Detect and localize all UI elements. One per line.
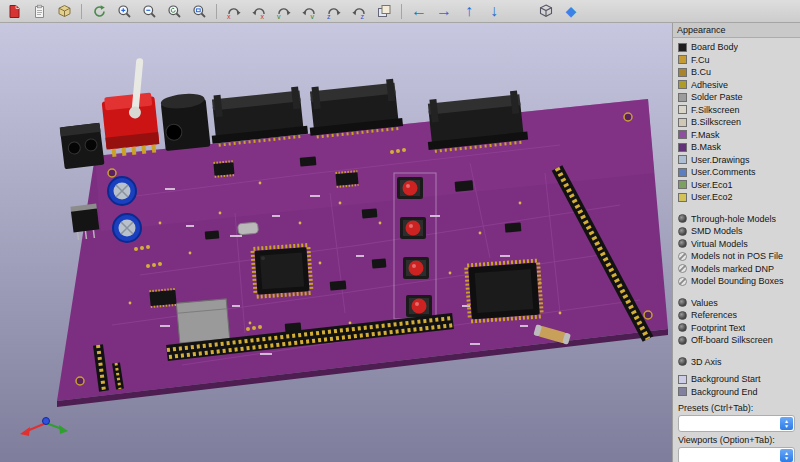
move-right-button[interactable]: → (432, 1, 456, 21)
qfp-ic-right (466, 261, 542, 322)
layer-color-swatch[interactable] (678, 118, 687, 127)
rotate-y-ccw-icon: y (301, 4, 317, 19)
option-row-smd-models[interactable]: SMD Models (678, 225, 800, 238)
option-label: Virtual Models (691, 239, 748, 249)
option-row-model-bounding-boxes[interactable]: Model Bounding Boxes (678, 275, 800, 288)
visibility-toggle-icon[interactable] (678, 264, 687, 273)
option-label: Footprint Text (691, 323, 745, 333)
visibility-toggle-icon[interactable] (678, 357, 687, 366)
zoom-out-button[interactable] (137, 1, 161, 21)
layer-row-board-body[interactable]: Board Body (678, 41, 800, 54)
flip-board-icon (377, 4, 392, 19)
orthographic-view-button[interactable] (534, 1, 558, 21)
layer-label: Board Body (691, 42, 738, 52)
layer-color-swatch[interactable] (678, 93, 687, 102)
option-row-values[interactable]: Values (678, 297, 800, 310)
option-row-footprint-text[interactable]: Footprint Text (678, 322, 800, 335)
option-row-references[interactable]: References (678, 309, 800, 322)
rotate-x-cw-button[interactable]: x (222, 1, 246, 21)
layer-color-swatch[interactable] (678, 193, 687, 202)
3d-viewport[interactable] (0, 23, 672, 462)
option-row-models-marked-dnp[interactable]: Models marked DNP (678, 263, 800, 276)
electrolytic-capacitor-2 (113, 214, 141, 242)
layer-color-swatch[interactable] (678, 375, 687, 384)
layer-color-swatch[interactable] (678, 387, 687, 396)
zoom-redraw-button[interactable] (162, 1, 186, 21)
perspective-view-button[interactable]: ◆ (559, 1, 583, 21)
visibility-toggle-icon[interactable] (678, 277, 687, 286)
layer-row-bsilkscreen[interactable]: B.Silkscreen (678, 116, 800, 129)
zoom-fit-icon (192, 4, 207, 19)
rotate-z-ccw-icon: z (351, 4, 367, 19)
redraw-button[interactable] (87, 1, 111, 21)
visibility-toggle-icon[interactable] (678, 311, 687, 320)
option-row-through-hole-models[interactable]: Through-hole Models (678, 213, 800, 226)
viewports-dropdown[interactable]: ▲▼ (678, 447, 795, 462)
layer-row-background-start[interactable]: Background Start (678, 373, 800, 386)
svg-text:x: x (261, 12, 265, 19)
rotate-x-ccw-button[interactable]: x (247, 1, 271, 21)
layer-label: F.Mask (691, 130, 720, 140)
layer-color-swatch[interactable] (678, 168, 687, 177)
flip-board-button[interactable] (372, 1, 396, 21)
zoom-in-button[interactable] (112, 1, 136, 21)
layer-color-swatch[interactable] (678, 155, 687, 164)
layer-row-user-comments[interactable]: User.Comments (678, 166, 800, 179)
export-image-button[interactable] (2, 1, 26, 21)
layer-label: Background Start (691, 374, 761, 384)
layer-color-swatch[interactable] (678, 130, 687, 139)
3d-axis-indicator (20, 418, 68, 437)
layer-row-user-eco1[interactable]: User.Eco1 (678, 179, 800, 192)
move-up-button[interactable]: ↑ (457, 1, 481, 21)
option-row-off-board-silkscreen[interactable]: Off-board Silkscreen (678, 334, 800, 347)
stepper-arrows-icon[interactable]: ▲▼ (780, 449, 793, 462)
layer-color-swatch[interactable] (678, 180, 687, 189)
option-label: Off-board Silkscreen (691, 335, 773, 345)
zoom-fit-button[interactable] (187, 1, 211, 21)
layer-label: F.Cu (691, 55, 710, 65)
perspective-diamond-icon: ◆ (566, 4, 577, 18)
layer-row-fsilkscreen[interactable]: F.Silkscreen (678, 104, 800, 117)
option-row-models-not-in-pos[interactable]: Models not in POS File (678, 250, 800, 263)
rotate-y-cw-button[interactable]: y (272, 1, 296, 21)
rotate-y-ccw-button[interactable]: y (297, 1, 321, 21)
layer-row-bmask[interactable]: B.Mask (678, 141, 800, 154)
move-up-icon: ↑ (465, 3, 473, 19)
render-options-button[interactable] (52, 1, 76, 21)
rotate-z-ccw-button[interactable]: z (347, 1, 371, 21)
visibility-toggle-icon[interactable] (678, 239, 687, 248)
layer-color-swatch[interactable] (678, 105, 687, 114)
rotate-y-cw-icon: y (276, 4, 292, 19)
stepper-arrows-icon[interactable]: ▲▼ (780, 417, 793, 430)
move-left-button[interactable]: ← (407, 1, 431, 21)
layer-row-adhesive[interactable]: Adhesive (678, 79, 800, 92)
option-row-virtual-models[interactable]: Virtual Models (678, 238, 800, 251)
layer-label: Background End (691, 387, 758, 397)
layer-row-background-end[interactable]: Background End (678, 386, 800, 399)
move-down-button[interactable]: ↓ (482, 1, 506, 21)
copy-clipboard-button[interactable] (27, 1, 51, 21)
visibility-toggle-icon[interactable] (678, 214, 687, 223)
layer-color-swatch[interactable] (678, 68, 687, 77)
rotate-z-cw-button[interactable]: z (322, 1, 346, 21)
layer-row-user-drawings[interactable]: User.Drawings (678, 154, 800, 167)
visibility-toggle-icon[interactable] (678, 252, 687, 261)
visibility-toggle-icon[interactable] (678, 323, 687, 332)
presets-dropdown[interactable]: ▲▼ (678, 415, 795, 432)
layer-color-swatch[interactable] (678, 143, 687, 152)
layer-row-fcu[interactable]: F.Cu (678, 54, 800, 67)
layer-color-swatch[interactable] (678, 80, 687, 89)
layer-row-fmask[interactable]: F.Mask (678, 129, 800, 142)
option-label: SMD Models (691, 226, 743, 236)
layer-color-swatch[interactable] (678, 43, 687, 52)
visibility-toggle-icon[interactable] (678, 298, 687, 307)
layer-label: User.Comments (691, 167, 756, 177)
option-row-3d-axis[interactable]: 3D Axis (678, 356, 800, 369)
layer-row-user-eco2[interactable]: User.Eco2 (678, 191, 800, 204)
layer-row-solder-paste[interactable]: Solder Paste (678, 91, 800, 104)
layer-color-swatch[interactable] (678, 55, 687, 64)
layer-label: User.Eco1 (691, 180, 733, 190)
layer-row-bcu[interactable]: B.Cu (678, 66, 800, 79)
visibility-toggle-icon[interactable] (678, 336, 687, 345)
visibility-toggle-icon[interactable] (678, 227, 687, 236)
